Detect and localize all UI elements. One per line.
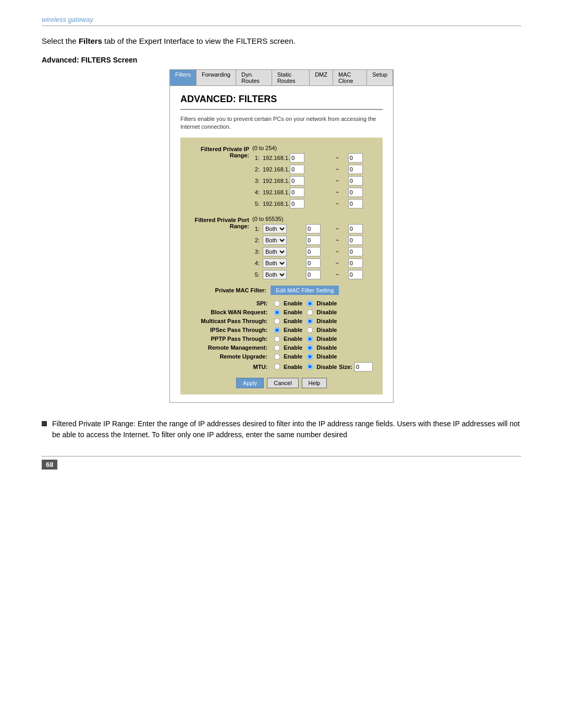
ipsec-label: IPSec Pass Through: <box>188 326 270 335</box>
port-row-5-from[interactable] <box>306 270 321 279</box>
mac-filter-label: Private MAC Filter: <box>188 287 266 293</box>
setting-remote-upgrade: Remote Upgrade: Enable Disable <box>188 352 375 361</box>
mtu-size-input[interactable] <box>354 362 373 372</box>
settings-table: SPI: Enable Disable Block WAN Request: <box>188 299 375 373</box>
tab-bar: Filters Forwarding Dyn. Routes Static Ro… <box>170 70 393 86</box>
page-number-box: 68 <box>42 460 521 470</box>
setting-multicast: Multicast Pass Through: Enable Disable <box>188 317 375 326</box>
port-row-3-protocol[interactable]: BothTCPUDP <box>263 247 287 256</box>
remote-upgrade-enable-label: Enable <box>284 353 302 360</box>
port-range-header: (0 to 65535) <box>251 215 375 223</box>
block-wan-enable-label: Enable <box>284 309 302 315</box>
mtu-enable-radio[interactable] <box>274 364 280 370</box>
mtu-disable-radio[interactable] <box>307 364 313 370</box>
multicast-disable-label: Disable <box>316 318 337 324</box>
tab-filters[interactable]: Filters <box>170 70 197 85</box>
remote-mgmt-enable-radio[interactable] <box>274 344 280 351</box>
block-wan-enable-radio[interactable] <box>274 309 280 315</box>
ip-row-5-to-input[interactable] <box>348 199 363 208</box>
mac-filter-button[interactable]: Edit MAC Filter Setting <box>271 286 339 295</box>
setting-spi: SPI: Enable Disable <box>188 299 375 308</box>
pptp-options: Enable Disable <box>270 335 375 343</box>
page-number: 68 <box>42 460 57 470</box>
multicast-enable-radio[interactable] <box>274 318 280 324</box>
apply-button[interactable]: Apply <box>236 378 264 388</box>
port-row-4-from[interactable] <box>306 258 321 268</box>
panel-title: ADVANCED: FILTERS <box>180 94 383 110</box>
intro-bold: Filters <box>79 36 102 45</box>
ip-row-2-to-input[interactable] <box>348 165 363 174</box>
port-row-1-protocol[interactable]: BothTCPUDP <box>263 224 287 233</box>
multicast-label: Multicast Pass Through: <box>188 317 270 326</box>
ip-row-1-to-input[interactable] <box>348 153 363 163</box>
spi-options: Enable Disable <box>270 299 375 308</box>
spi-disable-radio[interactable] <box>307 300 313 306</box>
port-row-1-to[interactable] <box>348 224 363 233</box>
tab-setup[interactable]: Setup <box>367 70 393 85</box>
port-row-1-from[interactable] <box>306 224 321 233</box>
ip-row-2-label: 2: <box>251 164 261 175</box>
remote-mgmt-radio-group: Enable Disable <box>272 344 373 351</box>
tab-dyn-routes[interactable]: Dyn. Routes <box>236 70 272 85</box>
ip-range-label: Filtered Private IP Range: <box>188 144 251 209</box>
bottom-divider <box>42 456 521 456</box>
pptp-radio-group: Enable Disable <box>272 336 373 342</box>
port-row-5-protocol[interactable]: BothTCPUDP <box>263 270 287 279</box>
spi-label: SPI: <box>188 299 270 308</box>
ipsec-enable-radio[interactable] <box>274 327 280 333</box>
remote-upgrade-radio-group: Enable Disable <box>272 353 373 360</box>
ipsec-radio-group: Enable Disable <box>272 327 373 334</box>
mtu-size-label: Size: <box>339 364 352 370</box>
setting-pptp: PPTP Pass Through: Enable Disable <box>188 335 375 343</box>
ip-row-2-from[interactable] <box>290 165 304 174</box>
remote-upgrade-disable-radio[interactable] <box>307 353 313 360</box>
mtu-disable-label: Disable <box>316 364 337 370</box>
ip-row-3-from[interactable] <box>290 176 304 186</box>
tab-static-routes[interactable]: Static Routes <box>272 70 310 85</box>
remote-upgrade-enable-radio[interactable] <box>274 353 280 360</box>
bullet-icon-1 <box>42 421 47 426</box>
tab-mac-clone[interactable]: MAC Clone <box>333 70 367 85</box>
spi-disable-label: Disable <box>316 300 337 306</box>
multicast-enable-label: Enable <box>284 318 302 324</box>
top-divider <box>42 26 521 26</box>
ip-row-5-from[interactable] <box>290 199 304 208</box>
port-range-label: Filtered Private Port Range: <box>188 215 251 280</box>
setting-remote-mgmt: Remote Management: Enable Disable <box>188 343 375 352</box>
port-row-2-to[interactable] <box>348 236 363 245</box>
port-row-3-to[interactable] <box>348 247 363 256</box>
port-row-4-protocol[interactable]: BothTCPUDP <box>263 258 287 268</box>
tab-forwarding[interactable]: Forwarding <box>197 70 236 85</box>
pptp-label: PPTP Pass Through: <box>188 335 270 343</box>
cancel-button[interactable]: Cancel <box>267 378 298 388</box>
port-row-4-label: 4: <box>251 257 261 269</box>
pptp-disable-radio[interactable] <box>307 336 313 342</box>
port-row-2-protocol[interactable]: BothTCPUDP <box>263 236 287 245</box>
tab-dmz[interactable]: DMZ <box>310 70 333 85</box>
ipsec-disable-radio[interactable] <box>307 327 313 333</box>
block-wan-disable-radio[interactable] <box>307 309 313 315</box>
port-row-3-label: 3: <box>251 246 261 257</box>
remote-mgmt-enable-label: Enable <box>284 344 302 351</box>
ip-row-3-to-input[interactable] <box>348 176 363 186</box>
ip-row-4-to-input[interactable] <box>348 188 363 197</box>
remote-mgmt-disable-radio[interactable] <box>307 344 313 351</box>
pptp-enable-radio[interactable] <box>274 336 280 342</box>
multicast-disable-radio[interactable] <box>307 318 313 324</box>
mtu-options: Enable Disable Size: <box>270 361 375 373</box>
block-wan-radio-group: Enable Disable <box>272 309 373 316</box>
brand-link: wireless gateway <box>42 16 521 23</box>
port-row-5-to[interactable] <box>348 270 363 279</box>
remote-upgrade-options: Enable Disable <box>270 352 375 361</box>
port-row-2-from[interactable] <box>306 236 321 245</box>
spi-enable-radio[interactable] <box>274 300 280 306</box>
help-button[interactable]: Help <box>302 378 327 388</box>
mtu-label: MTU: <box>188 361 270 373</box>
ipsec-disable-label: Disable <box>316 327 337 333</box>
port-row-3-from[interactable] <box>306 247 321 256</box>
ip-row-1-from[interactable] <box>290 153 304 163</box>
section-heading: Advanced: FILTERS Screen <box>42 56 521 64</box>
ip-row-4-from[interactable] <box>290 188 304 197</box>
port-row-1-label: 1: <box>251 223 261 235</box>
port-row-4-to[interactable] <box>348 258 363 268</box>
